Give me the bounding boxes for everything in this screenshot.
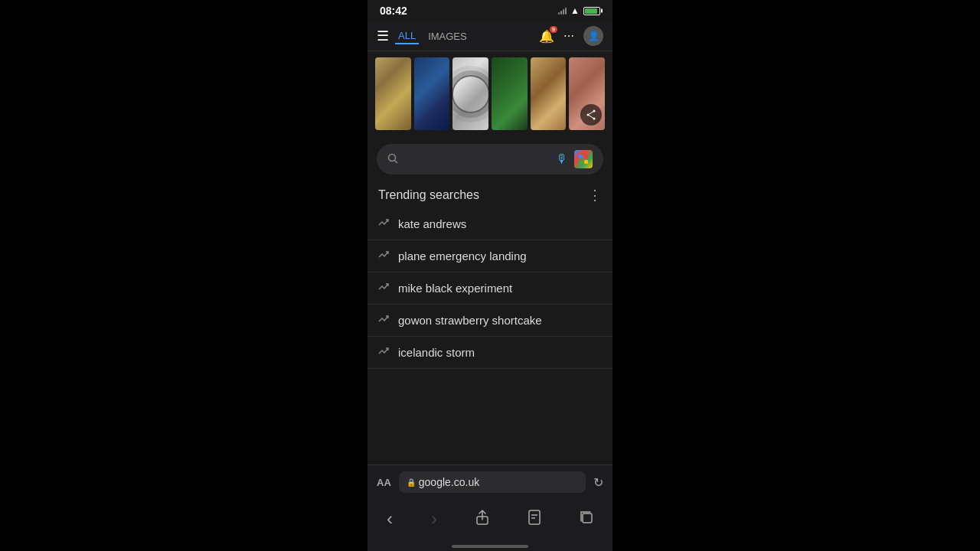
trending-header: Trending searches ⋮ xyxy=(368,182,612,208)
phone-frame: 08:42 ▲ ☰ ALL IMAGES 🔔 9 xyxy=(368,0,612,551)
more-options-button[interactable]: ⋮ xyxy=(588,187,602,204)
image-4[interactable] xyxy=(492,57,528,130)
trending-item-5[interactable]: icelandic storm xyxy=(368,337,612,369)
battery-icon xyxy=(583,7,600,15)
trending-section: Trending searches ⋮ kate andrews xyxy=(368,182,612,465)
share-button[interactable] xyxy=(580,104,602,126)
aa-button[interactable]: AA xyxy=(377,477,391,488)
home-indicator xyxy=(452,545,528,548)
search-bar[interactable]: 🎙 xyxy=(377,144,603,174)
google-lens-icon[interactable] xyxy=(574,150,593,168)
trending-arrow-icon-3 xyxy=(378,282,389,295)
trending-item-label-5: icelandic storm xyxy=(398,346,475,359)
search-section: 🎙 xyxy=(368,136,612,182)
image-1[interactable] xyxy=(375,57,411,130)
share-action-button[interactable] xyxy=(466,507,498,532)
trending-item-1[interactable]: kate andrews xyxy=(368,208,612,240)
reload-button[interactable]: ↻ xyxy=(593,475,603,490)
bookmarks-button[interactable] xyxy=(518,507,550,532)
trending-arrow-icon-2 xyxy=(378,249,389,262)
trending-item-label-2: plane emergency landing xyxy=(398,249,527,262)
svg-line-4 xyxy=(588,115,594,119)
trending-arrow-icon-1 xyxy=(378,217,389,230)
search-input[interactable] xyxy=(404,152,550,166)
browser-nav: ☰ ALL IMAGES 🔔 9 ⋯ 👤 xyxy=(368,21,612,51)
url-text: google.co.uk xyxy=(419,476,479,488)
svg-rect-13 xyxy=(583,514,592,523)
trending-item-label-1: kate andrews xyxy=(398,217,466,230)
signal-bars-icon xyxy=(558,7,567,15)
status-bar: 08:42 ▲ xyxy=(368,0,612,21)
notification-badge: 9 xyxy=(550,26,557,33)
image-strip xyxy=(368,51,612,136)
svg-line-6 xyxy=(395,160,398,163)
bottom-bar: AA 🔒 google.co.uk ↻ ‹ › xyxy=(368,465,612,551)
svg-rect-9 xyxy=(579,160,583,164)
trending-arrow-icon-5 xyxy=(378,346,389,359)
trending-item-3[interactable]: mike black experiment xyxy=(368,272,612,305)
back-button[interactable]: ‹ xyxy=(377,505,402,533)
status-time: 08:42 xyxy=(380,5,407,17)
browser-nav-buttons: ‹ › xyxy=(368,499,612,545)
trending-list: kate andrews plane emergency landing xyxy=(368,208,612,369)
search-icon xyxy=(387,153,398,166)
spiral-overlay xyxy=(452,75,488,113)
microphone-icon[interactable]: 🎙 xyxy=(556,152,568,166)
svg-rect-12 xyxy=(529,510,540,524)
tab-images[interactable]: IMAGES xyxy=(425,29,470,44)
lock-icon: 🔒 xyxy=(407,478,416,487)
trending-arrow-icon-4 xyxy=(378,314,389,327)
image-3[interactable] xyxy=(452,57,488,130)
svg-rect-7 xyxy=(579,155,583,158)
browser-nav-icons: 🔔 9 ⋯ 👤 xyxy=(539,26,603,46)
trending-item-2[interactable]: plane emergency landing xyxy=(368,240,612,272)
trending-item-label-4: gowon strawberry shortcake xyxy=(398,314,542,327)
svg-line-3 xyxy=(588,111,594,115)
wifi-icon: ▲ xyxy=(570,5,580,16)
apps-grid-button[interactable]: ⋯ xyxy=(564,30,574,42)
trending-title: Trending searches xyxy=(378,188,479,202)
svg-rect-10 xyxy=(584,160,588,164)
forward-button[interactable]: › xyxy=(422,505,446,533)
image-2[interactable] xyxy=(414,57,450,130)
tab-all[interactable]: ALL xyxy=(395,28,419,44)
url-display[interactable]: 🔒 google.co.uk xyxy=(399,471,586,493)
svg-point-5 xyxy=(389,154,396,161)
notifications-button[interactable]: 🔔 9 xyxy=(539,29,554,44)
svg-rect-8 xyxy=(584,155,588,158)
avatar[interactable]: 👤 xyxy=(583,26,603,46)
status-icons: ▲ xyxy=(558,5,600,16)
url-bar: AA 🔒 google.co.uk ↻ xyxy=(368,465,612,499)
trending-item-4[interactable]: gowon strawberry shortcake xyxy=(368,305,612,337)
trending-item-label-3: mike black experiment xyxy=(398,282,512,295)
tabs-button[interactable] xyxy=(570,507,603,531)
hamburger-menu-icon[interactable]: ☰ xyxy=(377,28,389,44)
image-5[interactable] xyxy=(531,57,567,130)
